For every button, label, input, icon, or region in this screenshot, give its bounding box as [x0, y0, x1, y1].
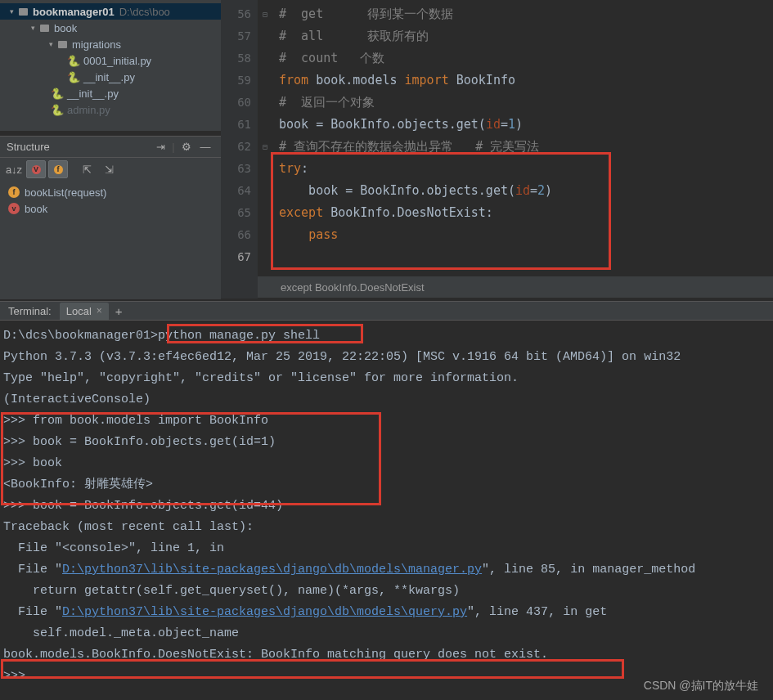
- code-line[interactable]: ⊟# get 得到某一个数据: [258, 3, 773, 25]
- tree-item-label: __init__.py: [83, 71, 135, 83]
- highlight-box-cmd: [167, 324, 363, 343]
- chevron-down-icon: ▾: [28, 24, 38, 32]
- python-file-icon: 🐍: [51, 103, 64, 116]
- tree-item[interactable]: ▾migrations: [0, 36, 221, 52]
- tree-item-label: admin.py: [67, 104, 110, 116]
- tree-item-label: migrations: [72, 38, 121, 51]
- close-icon[interactable]: ×: [97, 305, 102, 316]
- highlight-box-session: [1, 412, 381, 505]
- chevron-down-icon: ▾: [7, 7, 16, 16]
- terminal-header: Terminal: Local × +: [0, 301, 773, 321]
- tree-item[interactable]: 🐍0001_initial.py: [0, 52, 221, 69]
- breadcrumb-text: except BookInfo.DoesNotExist: [281, 281, 425, 294]
- terminal-line: File "<console>", line 1, in: [3, 538, 770, 559]
- terminal-line: Python 3.7.3 (v3.7.3:ef4ec6ed12, Mar 25 …: [3, 347, 770, 368]
- filter-f-icon[interactable]: f: [48, 160, 68, 178]
- tree-item-label: 0001_initial.py: [83, 55, 151, 67]
- tree-item-label: book: [54, 22, 77, 34]
- folder-icon: [38, 21, 51, 34]
- symbol-v-icon: v: [8, 203, 20, 214]
- highlight-box-error: [1, 659, 624, 679]
- breadcrumb[interactable]: except BookInfo.DoesNotExist: [258, 276, 773, 298]
- structure-item-label: book: [25, 203, 47, 215]
- structure-title: Structure: [7, 141, 151, 153]
- structure-header: Structure ⇥ | ⚙ —: [0, 137, 221, 158]
- collapse-icon[interactable]: ⇥: [151, 138, 169, 156]
- project-tree[interactable]: ▾ bookmanager01 D:\dcs\boo ▾book▾migrati…: [0, 0, 221, 131]
- terminal-tab-label: Local: [66, 305, 92, 317]
- code-line[interactable]: # all 获取所有的: [258, 25, 773, 47]
- terminal-line: D:\dcs\bookmanager01>python manage.py sh…: [3, 325, 770, 347]
- code-line[interactable]: book = BookInfo.objects.get(id=1): [258, 114, 773, 136]
- root-name: bookmanager01: [33, 6, 115, 18]
- tree-item[interactable]: 🐍admin.py: [0, 101, 221, 118]
- python-file-icon: 🐍: [67, 70, 80, 83]
- expand-icon[interactable]: ⇱: [77, 160, 97, 178]
- highlight-box-editor: [271, 152, 611, 270]
- folder-icon: [16, 5, 29, 18]
- minimize-icon[interactable]: —: [196, 138, 214, 156]
- editor-gutter: 565758596061626364656667: [221, 0, 258, 298]
- terminal-line: Traceback (most recent call last):: [3, 517, 770, 538]
- divider-icon: |: [170, 138, 177, 156]
- sort-alpha-icon[interactable]: a↓z: [4, 160, 24, 178]
- structure-body: fbookList(request)vbook: [0, 181, 221, 220]
- file-link[interactable]: D:\python37\lib\site-packages\django\db\…: [62, 563, 482, 577]
- filter-v-icon[interactable]: V: [26, 160, 46, 178]
- terminal[interactable]: D:\dcs\bookmanager01>python manage.py sh…: [0, 321, 773, 700]
- tree-item[interactable]: 🐍__init__.py: [0, 69, 221, 85]
- structure-panel: Structure ⇥ | ⚙ — a↓z V f ⇱ ⇲ fbookList(…: [0, 136, 221, 299]
- fold-icon[interactable]: ⊟: [263, 136, 267, 158]
- tree-root[interactable]: ▾ bookmanager01 D:\dcs\boo: [0, 3, 221, 20]
- gear-icon[interactable]: ⚙: [178, 138, 195, 156]
- terminal-line: (InteractiveConsole): [3, 389, 770, 411]
- python-file-icon: 🐍: [51, 87, 64, 100]
- structure-item[interactable]: fbookList(request): [3, 184, 218, 200]
- terminal-line: File "D:\python37\lib\site-packages\djan…: [3, 559, 770, 581]
- watermark: CSDN @搞IT的放牛娃: [644, 679, 758, 693]
- fold-icon[interactable]: ⊟: [263, 3, 267, 25]
- collapse-all-icon[interactable]: ⇲: [99, 160, 119, 178]
- code-line[interactable]: # 返回一个对象: [258, 92, 773, 114]
- add-terminal-icon[interactable]: +: [115, 304, 123, 318]
- terminal-tab[interactable]: Local ×: [60, 303, 109, 320]
- folder-icon: [56, 38, 69, 51]
- code-line[interactable]: # count 个数: [258, 47, 773, 70]
- structure-item[interactable]: vbook: [3, 200, 218, 217]
- python-file-icon: 🐍: [67, 54, 80, 67]
- terminal-line: self.model._meta.object_name: [3, 623, 770, 644]
- tree-item-label: __init__.py: [67, 88, 119, 100]
- terminal-line: return getattr(self.get_queryset(), name…: [3, 581, 770, 602]
- terminal-line: Type "help", "copyright", "credits" or "…: [3, 368, 770, 389]
- symbol-f-icon: f: [8, 186, 20, 198]
- file-link[interactable]: D:\python37\lib\site-packages\django\db\…: [62, 605, 467, 619]
- tree-item[interactable]: ▾book: [0, 20, 221, 36]
- root-path: D:\dcs\boo: [119, 6, 170, 18]
- structure-item-label: bookList(request): [25, 186, 106, 199]
- terminal-line: File "D:\python37\lib\site-packages\djan…: [3, 602, 770, 623]
- tree-item[interactable]: 🐍__init__.py: [0, 85, 221, 101]
- structure-toolbar: a↓z V f ⇱ ⇲: [0, 158, 221, 181]
- code-line[interactable]: from book.models import BookInfo: [258, 70, 773, 92]
- chevron-down-icon: ▾: [46, 40, 56, 48]
- terminal-label: Terminal:: [0, 305, 60, 317]
